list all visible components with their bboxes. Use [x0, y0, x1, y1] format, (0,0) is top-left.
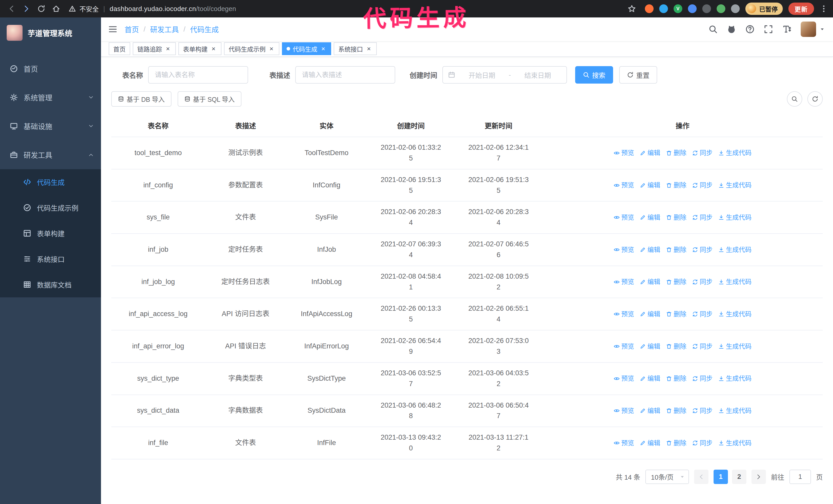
row-action-generate[interactable]: 生成代码: [718, 309, 752, 319]
forward-icon[interactable]: [19, 1, 34, 16]
row-action-sync[interactable]: 同步: [692, 277, 713, 287]
tab-close-icon[interactable]: ×: [210, 45, 217, 52]
font-size-icon[interactable]: [782, 25, 791, 34]
row-action-delete[interactable]: 删除: [666, 148, 686, 158]
fullscreen-icon[interactable]: [764, 25, 773, 34]
sidebar-item-infra[interactable]: 基础设施: [0, 112, 101, 141]
row-action-delete[interactable]: 删除: [666, 277, 686, 287]
row-action-generate[interactable]: 生成代码: [718, 406, 752, 416]
table-desc-input[interactable]: [295, 66, 395, 83]
tab-codegen-example[interactable]: 代码生成示例×: [224, 42, 279, 55]
prev-page-button[interactable]: [694, 470, 709, 484]
toggle-search-button[interactable]: [787, 91, 802, 106]
row-action-generate[interactable]: 生成代码: [718, 277, 752, 287]
tab-close-icon[interactable]: ×: [365, 45, 372, 52]
tab-close-icon[interactable]: ×: [268, 45, 275, 52]
row-action-sync[interactable]: 同步: [692, 180, 713, 190]
browser-menu-icon[interactable]: [820, 5, 828, 13]
sidebar-item-system[interactable]: 系统管理: [0, 83, 101, 112]
row-action-generate[interactable]: 生成代码: [718, 148, 752, 158]
row-action-delete[interactable]: 删除: [666, 341, 686, 352]
sidebar-item-form-builder[interactable]: 表单构建: [0, 220, 101, 246]
row-action-sync[interactable]: 同步: [692, 245, 713, 255]
sidebar-item-codegen-example[interactable]: 代码生成示例: [0, 195, 101, 220]
row-action-delete[interactable]: 删除: [666, 180, 686, 190]
extension-check-icon[interactable]: V: [673, 4, 682, 13]
back-icon[interactable]: [4, 1, 19, 16]
row-action-preview[interactable]: 预览: [614, 213, 634, 222]
reset-button[interactable]: 重置: [619, 66, 657, 83]
search-icon[interactable]: [709, 25, 718, 34]
bookmark-star-icon[interactable]: [624, 1, 639, 16]
sidebar-item-codegen[interactable]: 代码生成: [0, 169, 101, 195]
row-action-generate[interactable]: 生成代码: [718, 245, 752, 255]
reload-icon[interactable]: [34, 1, 49, 16]
row-action-preview[interactable]: 预览: [614, 180, 634, 190]
row-action-edit[interactable]: 编辑: [640, 406, 660, 416]
row-action-preview[interactable]: 预览: [614, 148, 634, 158]
row-action-sync[interactable]: 同步: [692, 438, 713, 448]
row-action-preview[interactable]: 预览: [614, 245, 634, 255]
next-page-button[interactable]: [752, 470, 766, 484]
sidebar-item-db-doc[interactable]: 数据库文档: [0, 272, 101, 297]
row-action-preview[interactable]: 预览: [614, 277, 634, 287]
extension-drop-icon[interactable]: [659, 4, 668, 13]
row-action-delete[interactable]: 删除: [666, 406, 686, 416]
row-action-edit[interactable]: 编辑: [640, 438, 660, 448]
tab-form-builder[interactable]: 表单构建×: [178, 42, 221, 55]
sidebar-item-home[interactable]: 首页: [0, 54, 101, 83]
row-action-delete[interactable]: 删除: [666, 213, 686, 222]
row-action-edit[interactable]: 编辑: [640, 374, 660, 384]
tab-system-api[interactable]: 系统接口×: [334, 42, 377, 55]
hamburger-icon[interactable]: [101, 18, 124, 41]
row-action-edit[interactable]: 编辑: [640, 341, 660, 352]
github-icon[interactable]: [727, 25, 736, 34]
tab-close-icon[interactable]: ×: [320, 45, 327, 52]
row-action-edit[interactable]: 编辑: [640, 148, 660, 158]
row-action-delete[interactable]: 删除: [666, 438, 686, 448]
page-size-select[interactable]: 10条/页: [645, 470, 689, 484]
breadcrumb-item-2[interactable]: 研发工具: [150, 24, 179, 34]
tab-codegen[interactable]: 代码生成×: [282, 42, 331, 55]
import-sql-button[interactable]: 基于 SQL 导入: [177, 91, 241, 106]
row-action-delete[interactable]: 删除: [666, 245, 686, 255]
row-action-preview[interactable]: 预览: [614, 374, 634, 384]
row-action-preview[interactable]: 预览: [614, 406, 634, 416]
row-action-preview[interactable]: 预览: [614, 438, 634, 448]
row-action-edit[interactable]: 编辑: [640, 180, 660, 190]
sidebar-item-devtools[interactable]: 研发工具: [0, 141, 101, 169]
row-action-generate[interactable]: 生成代码: [718, 180, 752, 190]
row-action-delete[interactable]: 删除: [666, 309, 686, 319]
row-action-generate[interactable]: 生成代码: [718, 374, 752, 384]
refresh-table-button[interactable]: [807, 91, 823, 106]
tab-tracer[interactable]: 链路追踪×: [133, 42, 176, 55]
row-action-sync[interactable]: 同步: [692, 374, 713, 384]
extension-puzzle-icon[interactable]: [731, 4, 740, 13]
table-name-input[interactable]: [148, 66, 248, 83]
row-action-edit[interactable]: 编辑: [640, 245, 660, 255]
goto-page-input[interactable]: [789, 470, 811, 484]
extension-people-icon[interactable]: [688, 4, 697, 13]
browser-update-button[interactable]: 更新: [788, 3, 814, 15]
search-button[interactable]: 搜索: [575, 66, 613, 83]
breadcrumb-item-1[interactable]: 首页: [124, 24, 139, 34]
extension-box-icon[interactable]: [702, 4, 711, 13]
extension-leaf-icon[interactable]: [717, 4, 725, 13]
date-range-picker[interactable]: 开始日期 - 结束日期: [443, 66, 567, 83]
breadcrumb-item-3[interactable]: 代码生成: [190, 24, 219, 34]
page-button-2[interactable]: 2: [732, 470, 746, 484]
row-action-sync[interactable]: 同步: [692, 213, 713, 222]
import-db-button[interactable]: 基于 DB 导入: [111, 91, 171, 106]
tab-close-icon[interactable]: ×: [165, 45, 171, 52]
row-action-edit[interactable]: 编辑: [640, 309, 660, 319]
row-action-sync[interactable]: 同步: [692, 341, 713, 352]
page-button-1[interactable]: 1: [714, 470, 728, 484]
extension-fox-icon[interactable]: [645, 4, 653, 13]
question-icon[interactable]: [745, 25, 755, 34]
row-action-edit[interactable]: 编辑: [640, 213, 660, 222]
row-action-edit[interactable]: 编辑: [640, 277, 660, 287]
row-action-generate[interactable]: 生成代码: [718, 438, 752, 448]
tab-home[interactable]: 首页: [109, 42, 130, 55]
sidebar-logo[interactable]: 芋道管理系统: [0, 18, 101, 48]
address-bar[interactable]: 不安全 | dashboard.yudao.iocoder.cn/tool/co…: [69, 4, 236, 13]
